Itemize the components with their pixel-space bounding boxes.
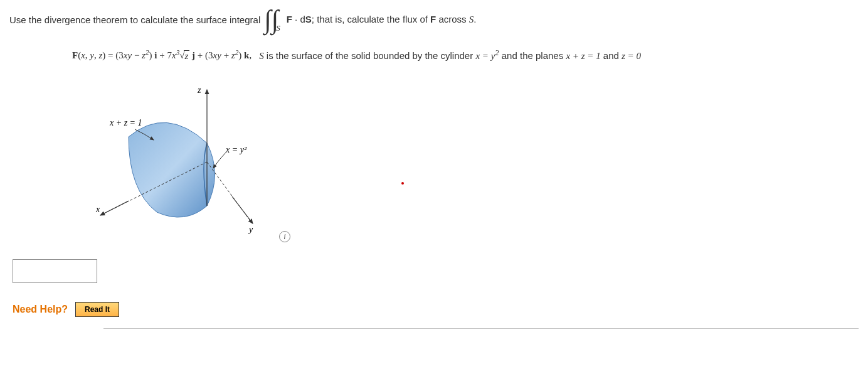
- z-axis-label: z: [197, 85, 201, 95]
- plane-label: x + z = 1: [109, 118, 142, 127]
- y-axis-label: y: [248, 225, 253, 234]
- prompt-text-1: Use the divergence theorem to calculate …: [9, 14, 260, 25]
- text-flux: ; that is, calculate the flux of: [312, 14, 430, 24]
- desc-text-3: and: [601, 50, 622, 61]
- vector-dS: S: [305, 14, 312, 24]
- read-it-button[interactable]: Read It: [75, 302, 119, 317]
- S-italic: S: [259, 51, 264, 61]
- unit-j: j: [189, 50, 195, 60]
- info-icon[interactable]: i: [279, 231, 290, 242]
- help-row: Need Help? Read It: [13, 302, 859, 317]
- cylinder-label: x = y²: [225, 145, 247, 154]
- formula-row: F(x, y, z) = (3xy − z2) i + 7x3√z j + (3…: [72, 48, 859, 62]
- comma: ,: [249, 50, 251, 60]
- sqrt-arg: z: [184, 50, 190, 62]
- svg-line-2: [100, 201, 129, 215]
- vector-F: F: [287, 14, 292, 24]
- prompt-text-2: F · dS; that is, calculate the flux of F…: [287, 14, 477, 25]
- F-label: F: [72, 50, 78, 60]
- desc-text-2: and the planes: [499, 50, 566, 61]
- desc-text-1: is the surface of the solid bounded by t…: [264, 50, 476, 61]
- vector-F-2: F: [430, 14, 436, 24]
- sqrt-z: √z: [179, 50, 189, 62]
- text-across: across: [436, 14, 469, 24]
- need-help-label: Need Help?: [13, 304, 68, 315]
- prompt-line-1: Use the divergence theorem to calculate …: [9, 6, 859, 33]
- double-integral: ∫∫ S: [264, 6, 283, 33]
- red-dot-marker: [401, 182, 404, 185]
- integral-subscript: S: [276, 23, 280, 33]
- x-axis-label: x: [95, 205, 100, 214]
- svg-line-4: [232, 196, 253, 223]
- divider: [103, 328, 859, 329]
- surface-description: S is the surface of the solid bounded by…: [259, 48, 641, 62]
- period: .: [474, 14, 476, 24]
- vector-field-formula: F(x, y, z) = (3xy − z2) i + 7x3√z j + (3…: [72, 48, 251, 62]
- dot-d: · d: [292, 14, 305, 24]
- figure-svg: z x y x + z = 1 x = y²: [91, 80, 292, 244]
- answer-input[interactable]: [13, 259, 97, 283]
- figure-3d-solid: z x y x + z = 1 x = y² i: [91, 80, 292, 244]
